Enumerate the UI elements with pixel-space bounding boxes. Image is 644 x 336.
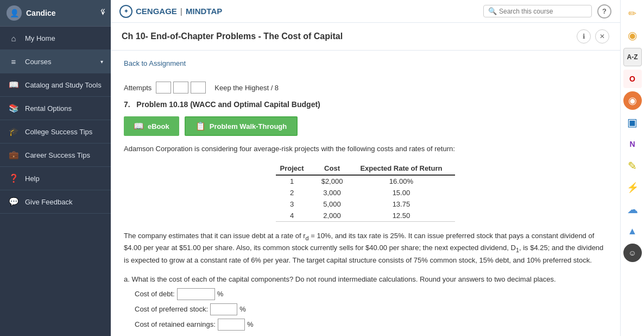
chevron-right-icon: ▾: [100, 59, 103, 65]
catalog-icon: 📖: [8, 79, 20, 91]
topbar: ✦ CENGAGE | MINDTAP 🔍 ?: [111, 0, 620, 23]
mindtap-text: MINDTAP: [186, 7, 222, 16]
sidebar-item-college-tips[interactable]: 🎓 College Success Tips: [0, 120, 111, 144]
pct-label-retained: %: [247, 319, 254, 330]
gdrive-icon[interactable]: ▲: [623, 222, 642, 240]
question-a-text: What is the cost of each of the capital …: [131, 275, 555, 283]
sidebar-item-feedback[interactable]: 💬 Give Feedback: [0, 190, 111, 214]
table-cell: 12.50: [356, 210, 455, 222]
cost-of-preferred-label: Cost of preferred stock:: [135, 304, 208, 315]
table-cell: 1: [276, 175, 317, 187]
button-row: 📖 eBook 📋 Problem Walk-Through: [124, 116, 607, 136]
user-profile[interactable]: 👤 Candice ▾ «: [0, 0, 111, 27]
career-icon: 💼: [8, 149, 20, 161]
cost-of-debt-input[interactable]: [177, 288, 215, 300]
user-name: Candice: [26, 9, 102, 17]
rss-icon[interactable]: ◉: [623, 26, 642, 45]
problem-name: Problem 10.18 (WACC and Optimal Capital …: [136, 100, 320, 109]
office-icon[interactable]: O: [623, 70, 642, 88]
content-header: Ch 10- End-of-Chapter Problems - The Cos…: [111, 23, 620, 51]
sidebar-item-label: Courses: [25, 58, 100, 66]
problem-body-text: The company estimates that it can issue …: [124, 231, 607, 267]
sidebar-item-label: Career Success Tips: [25, 151, 103, 159]
problem-description: Adamson Corporation is considering four …: [124, 144, 607, 154]
attempt-box-3[interactable]: [191, 82, 206, 94]
info-button[interactable]: ℹ: [577, 29, 591, 43]
attempt-box-2[interactable]: [173, 82, 188, 94]
table-row: 42,00012.50: [276, 210, 456, 222]
attempts-boxes: [156, 82, 206, 94]
close-icon: ✕: [599, 33, 605, 40]
home-icon: ⌂: [8, 32, 20, 44]
attempt-box-1[interactable]: [156, 82, 171, 94]
cost-of-retained-input[interactable]: [218, 319, 245, 331]
col-header-cost: Cost: [317, 162, 356, 175]
ebook-button[interactable]: 📖 eBook: [124, 116, 179, 136]
orange-circle-icon[interactable]: ◉: [623, 91, 642, 110]
table-cell: 2: [276, 187, 317, 198]
problem-title: 7. Problem 10.18 (WACC and Optimal Capit…: [124, 100, 607, 109]
walkthrough-icon: 📋: [195, 121, 206, 131]
cost-of-debt-label: Cost of debt:: [135, 289, 175, 300]
table-row: 35,00013.75: [276, 198, 456, 210]
table-cell: 4: [276, 210, 317, 222]
yellow-pencil-icon[interactable]: ✎: [623, 157, 642, 175]
pct-label-debt: %: [217, 289, 224, 300]
cloud-icon[interactable]: ☁: [623, 200, 642, 219]
cengage-logo: ✦ CENGAGE | MINDTAP: [119, 5, 222, 18]
sidebar-item-my-home[interactable]: ⌂ My Home: [0, 27, 111, 50]
content-body: Back to Assignment Attempts Keep the Hig…: [111, 51, 620, 336]
table-cell: 16.00%: [356, 175, 455, 187]
search-icon: 🔍: [488, 7, 497, 15]
sidebar-item-label: Rental Options: [25, 104, 103, 113]
ebook-icon: 📖: [134, 121, 144, 131]
sidebar-item-courses[interactable]: ≡ Courses ▾: [0, 50, 111, 73]
pencil-icon[interactable]: ✏: [623, 4, 642, 23]
accessibility-icon[interactable]: ⚡: [623, 178, 642, 197]
sidebar-item-label: My Home: [25, 34, 103, 42]
col-header-return: Expected Rate of Return: [356, 162, 455, 175]
table-cell: 15.00: [356, 187, 455, 198]
sidebar-item-label: Help: [25, 175, 103, 183]
table-cell: $2,000: [317, 175, 356, 187]
table-cell: 13.75: [356, 198, 455, 210]
pct-label-preferred: %: [239, 304, 246, 315]
cost-of-debt-row: Cost of debt: %: [135, 288, 607, 300]
search-input[interactable]: [499, 8, 586, 15]
avatar: 👤: [7, 5, 22, 21]
logo-divider: |: [180, 7, 182, 16]
sidebar-collapse-button[interactable]: «: [100, 5, 105, 15]
attempts-row: Attempts Keep the Highest / 8: [124, 82, 607, 94]
az-icon[interactable]: A-Z: [623, 48, 642, 66]
help-button[interactable]: ?: [597, 4, 611, 18]
sidebar-item-rental[interactable]: 📚 Rental Options: [0, 97, 111, 120]
cost-of-preferred-input[interactable]: [210, 303, 237, 315]
close-button[interactable]: ✕: [595, 29, 609, 43]
sidebar-item-catalog[interactable]: 📖 Catalog and Study Tools: [0, 73, 111, 97]
table-cell: 3,000: [317, 187, 356, 198]
table-row: 1$2,00016.00%: [276, 175, 456, 187]
table-cell: 5,000: [317, 198, 356, 210]
search-area[interactable]: 🔍: [483, 5, 592, 17]
sidebar-item-career-tips[interactable]: 💼 Career Success Tips: [0, 144, 111, 167]
ebook-label: eBook: [148, 122, 169, 130]
question-a-label: a.: [124, 275, 131, 283]
walkthrough-button[interactable]: 📋 Problem Walk-Through: [185, 116, 298, 136]
cengage-text: CENGAGE: [136, 7, 177, 16]
col-header-project: Project: [276, 162, 317, 175]
table-cell: 3: [276, 198, 317, 210]
feedback-icon: 💬: [8, 196, 20, 208]
table-cell: 2,000: [317, 210, 356, 222]
cost-of-retained-row: Cost of retained earnings: %: [135, 319, 607, 331]
blue-book-icon[interactable]: ▣: [623, 113, 642, 132]
problem-number: 7.: [124, 100, 130, 109]
keep-highest-label: Keep the Highest / 8: [214, 84, 279, 92]
sidebar-item-help[interactable]: ❓ Help: [0, 167, 111, 190]
courses-icon: ≡: [8, 55, 20, 67]
dark-circle-icon[interactable]: ☺: [623, 244, 642, 262]
question-a: a. What is the cost of each of the capit…: [124, 274, 607, 331]
help-icon: ❓: [8, 172, 20, 184]
onenote-icon[interactable]: N: [623, 135, 642, 153]
back-to-assignment-link[interactable]: Back to Assignment: [124, 59, 186, 67]
sidebar-item-label: Give Feedback: [25, 198, 103, 206]
